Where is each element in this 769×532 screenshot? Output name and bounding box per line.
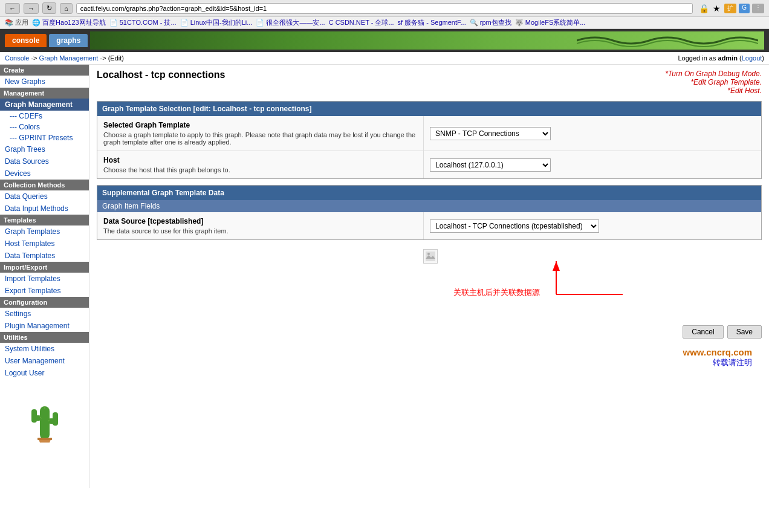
bookmark-quanqiang[interactable]: 📄 很全很强大——安... — [256, 18, 325, 27]
logged-in-info: Logged in as admin (Logout) — [678, 54, 764, 62]
reload-button[interactable]: ↻ — [42, 2, 56, 14]
sidebar-item-logout-user[interactable]: Logout User — [0, 367, 89, 379]
page-title-row: Localhost - tcp connections *Turn On Gra… — [97, 70, 762, 95]
banner-decoration — [577, 31, 758, 50]
edit-host-link[interactable]: *Edit Host. — [665, 86, 762, 95]
ext-btn-1[interactable]: 扩 — [724, 4, 736, 13]
watermark-url: www.cncrq.com — [106, 347, 752, 357]
breadcrumb-bar: Console -> Graph Management -> (Edit) Lo… — [0, 52, 769, 65]
tab-graphs[interactable]: graphs — [49, 34, 88, 47]
app-header: console graphs — [0, 29, 769, 52]
sidebar-item-graph-trees[interactable]: Graph Trees — [0, 143, 89, 155]
sidebar-header-management: Management — [0, 88, 89, 99]
sidebar-header-collection: Collection Methods — [0, 180, 89, 190]
bookmark-linux[interactable]: 📄 Linux中国-我们的Li... — [180, 18, 253, 27]
selected-template-row: Selected Graph Template Choose a graph t… — [97, 116, 761, 151]
bookmark-rpm[interactable]: 🔍 rpm包查找 — [470, 18, 511, 27]
supplemental-panel: Supplemental Graph Template Data Graph I… — [97, 185, 762, 240]
bookmark-segment[interactable]: sf 服务猫 - SegmentF... — [398, 18, 466, 27]
breadcrumb-graph-management[interactable]: Graph Management — [39, 54, 99, 62]
sidebar-item-graph-management[interactable]: Graph Management — [0, 99, 89, 111]
selected-template-select[interactable]: SNMP - TCP Connections — [430, 127, 551, 140]
breadcrumb-console[interactable]: Console — [5, 54, 29, 62]
sidebar-item-plugin-management[interactable]: Plugin Management — [0, 320, 89, 332]
breadcrumb-arrow2: -> — [100, 54, 108, 62]
sidebar-header-utilities: Utilities — [0, 332, 89, 343]
sidebar-item-data-queries[interactable]: Data Queries — [0, 190, 89, 203]
host-title: Host — [103, 156, 417, 164]
data-source-select[interactable]: Localhost - TCP Connections (tcpestablis… — [430, 219, 599, 233]
graph-template-selection-header: Graph Template Selection [edit: Localhos… — [97, 102, 761, 116]
bookmark-51cto[interactable]: 📄 51CTO.COM - 技... — [109, 18, 177, 27]
sidebar-header-configuration: Configuration — [0, 297, 89, 308]
host-select[interactable]: Localhost (127.0.0.1) — [430, 158, 551, 172]
sidebar-item-colors[interactable]: --- Colors — [0, 122, 89, 132]
page-title: Localhost - tcp connections — [97, 70, 225, 80]
watermark-note: 转载请注明 — [106, 357, 752, 368]
sidebar-item-export-templates[interactable]: Export Templates — [0, 285, 89, 297]
host-desc: Choose the host that this graph belongs … — [103, 166, 417, 174]
cactus-logo — [0, 379, 89, 452]
forward-button[interactable]: → — [24, 3, 39, 14]
sidebar-item-devices[interactable]: Devices — [0, 167, 89, 180]
annotation-text: 关联主机后并关联数据源 — [453, 287, 540, 298]
svg-rect-10 — [426, 251, 435, 261]
selected-template-title: Selected Graph Template — [103, 121, 417, 129]
breadcrumb: Console -> Graph Management -> (Edit) — [5, 54, 124, 62]
svg-rect-0 — [40, 406, 50, 440]
sidebar-header-create: Create — [0, 65, 89, 76]
breadcrumb-edit: (Edit) — [108, 54, 124, 62]
bookmark-csdn[interactable]: C CSDN.NET - 全球... — [329, 18, 394, 27]
sidebar-item-data-input-methods[interactable]: Data Input Methods — [0, 203, 89, 215]
ext-btn-2[interactable]: G — [739, 4, 750, 13]
sidebar-item-host-templates[interactable]: Host Templates — [0, 238, 89, 250]
breadcrumb-arrow1: -> — [31, 54, 39, 62]
graph-template-selection-panel: Graph Template Selection [edit: Localhos… — [97, 101, 762, 179]
bookmark-hao123[interactable]: 🌐 百度Hao123网址导航 — [32, 18, 106, 27]
watermark: www.cncrq.com 转载请注明 — [97, 342, 762, 373]
sidebar-item-import-templates[interactable]: Import Templates — [0, 273, 89, 285]
logged-in-user: admin — [718, 54, 738, 62]
top-links: *Turn On Graph Debug Mode. *Edit Graph T… — [665, 70, 762, 95]
data-source-row: Data Source [tcpestablished] The data so… — [97, 212, 761, 239]
svg-rect-9 — [37, 438, 52, 440]
edit-graph-template-link[interactable]: *Edit Graph Template. — [665, 78, 762, 86]
sidebar-item-settings[interactable]: Settings — [0, 308, 89, 320]
sidebar-item-gprint[interactable]: --- GPRINT Presets — [0, 132, 89, 143]
svg-rect-2 — [31, 409, 37, 423]
sidebar-item-graph-templates[interactable]: Graph Templates — [0, 225, 89, 238]
bookmarks-bar: 📚 应用 🌐 百度Hao123网址导航 📄 51CTO.COM - 技... 📄… — [0, 17, 769, 29]
cancel-button[interactable]: Cancel — [683, 325, 723, 339]
url-bar[interactable] — [76, 3, 693, 14]
host-label-cell: Host Choose the host that this graph bel… — [97, 151, 424, 178]
bookmark-mogilefs[interactable]: 🐺 MogileFS系统简单... — [515, 18, 586, 27]
cactus-icon — [24, 388, 66, 443]
main-layout: Create New Graphs Management Graph Manag… — [0, 65, 769, 488]
data-source-value-cell: Localhost - TCP Connections (tcpestablis… — [424, 212, 761, 239]
selected-template-value-cell: SNMP - TCP Connections — [424, 116, 761, 151]
sidebar-item-new-graphs[interactable]: New Graphs — [0, 76, 89, 88]
sidebar-item-data-sources[interactable]: Data Sources — [0, 155, 89, 167]
selected-template-label-cell: Selected Graph Template Choose a graph t… — [97, 116, 424, 151]
sidebar-item-system-utilities[interactable]: System Utilities — [0, 343, 89, 355]
ext-btn-3[interactable]: ⋮ — [752, 4, 764, 13]
tab-console[interactable]: console — [5, 34, 47, 47]
header-banner — [90, 31, 764, 50]
svg-point-12 — [427, 253, 430, 255]
sidebar-item-data-templates[interactable]: Data Templates — [0, 250, 89, 262]
browser-bar: ← → ↻ ⌂ 🔒 ★ 扩 G ⋮ — [0, 0, 769, 17]
sidebar-item-user-management[interactable]: User Management — [0, 355, 89, 367]
save-button[interactable]: Save — [727, 325, 762, 339]
graph-item-fields-subheader: Graph Item Fields — [97, 200, 761, 212]
logout-link[interactable]: Logout — [742, 54, 762, 62]
image-placeholder — [423, 249, 438, 264]
image-icon — [426, 251, 435, 261]
selected-template-desc: Choose a graph template to apply to this… — [103, 131, 417, 146]
host-row: Host Choose the host that this graph bel… — [97, 151, 761, 178]
sidebar-header-import-export: Import/Export — [0, 262, 89, 273]
sidebar-header-templates: Templates — [0, 215, 89, 225]
sidebar-item-cdefs[interactable]: --- CDEFs — [0, 111, 89, 122]
back-button[interactable]: ← — [5, 3, 20, 14]
home-button[interactable]: ⌂ — [60, 3, 73, 14]
turn-on-debug-link[interactable]: *Turn On Graph Debug Mode. — [665, 70, 762, 78]
